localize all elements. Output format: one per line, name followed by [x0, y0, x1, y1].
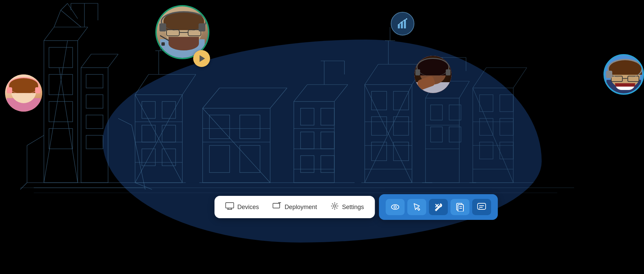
menu-item-deployment[interactable]: Deployment — [273, 202, 317, 212]
toolbar-container: Devices Deployment — [214, 194, 498, 220]
svg-line-14 — [108, 54, 118, 68]
svg-line-24 — [27, 135, 44, 145]
chat-icon — [477, 203, 486, 211]
svg-rect-107 — [431, 127, 442, 142]
layers-icon — [456, 203, 464, 211]
svg-rect-12 — [81, 68, 108, 183]
svg-line-23 — [135, 183, 152, 189]
svg-rect-69 — [301, 108, 314, 125]
play-button[interactable] — [193, 50, 210, 67]
menu-item-settings[interactable]: Settings — [331, 202, 364, 212]
svg-rect-40 — [142, 125, 155, 142]
settings-label: Settings — [342, 204, 364, 211]
svg-rect-90 — [371, 142, 387, 161]
svg-line-103 — [459, 81, 469, 98]
svg-rect-58 — [240, 115, 260, 139]
svg-rect-41 — [162, 125, 176, 142]
svg-rect-16 — [86, 74, 103, 88]
svg-line-36 — [182, 74, 196, 95]
main-scene: Devices Deployment — [0, 0, 644, 274]
chat-button[interactable] — [472, 199, 491, 215]
svg-line-27 — [132, 125, 145, 189]
eye-icon — [391, 203, 400, 211]
svg-rect-159 — [478, 203, 486, 209]
svg-line-29 — [59, 68, 78, 183]
svg-line-8 — [54, 10, 61, 27]
svg-rect-105 — [431, 105, 442, 120]
svg-line-26 — [118, 118, 132, 125]
svg-rect-124 — [480, 142, 493, 159]
bar-chart-icon — [396, 18, 409, 30]
deployment-svg-icon — [273, 202, 281, 210]
svg-line-28 — [44, 41, 68, 183]
svg-point-144 — [333, 205, 336, 207]
svg-rect-60 — [240, 145, 260, 173]
svg-point-136 — [406, 18, 407, 20]
gear-svg-icon — [331, 202, 339, 210]
svg-rect-18 — [86, 115, 103, 129]
svg-rect-59 — [209, 145, 230, 173]
cursor-button[interactable] — [407, 199, 426, 215]
svg-rect-17 — [86, 95, 103, 108]
svg-rect-141 — [273, 203, 280, 208]
svg-rect-74 — [321, 156, 334, 173]
visibility-button[interactable] — [386, 199, 405, 215]
svg-line-11 — [68, 3, 78, 19]
svg-rect-19 — [86, 135, 103, 149]
svg-rect-71 — [301, 132, 314, 149]
svg-rect-120 — [480, 95, 493, 112]
svg-rect-39 — [162, 101, 176, 118]
svg-line-67 — [334, 85, 348, 101]
svg-line-66 — [294, 85, 307, 101]
monitor-icon — [225, 202, 234, 212]
svg-rect-70 — [321, 108, 334, 125]
svg-line-118 — [513, 68, 527, 88]
svg-line-5 — [44, 27, 54, 41]
svg-line-6 — [78, 27, 88, 41]
stats-icon-circle[interactable] — [391, 12, 414, 36]
tools-button[interactable] — [429, 199, 448, 215]
avatar-woman-mid-right — [414, 56, 452, 93]
svg-rect-3 — [49, 101, 73, 122]
deployment-label: Deployment — [285, 204, 317, 211]
svg-rect-122 — [480, 118, 493, 135]
avatar-man-far-right — [603, 54, 644, 95]
svg-rect-38 — [142, 101, 155, 118]
svg-line-9 — [61, 10, 81, 27]
avatar-woman-left — [5, 74, 42, 112]
devices-label: Devices — [237, 204, 259, 211]
svg-rect-137 — [226, 203, 234, 208]
menu-item-devices[interactable]: Devices — [225, 202, 259, 212]
architecture-sketch — [0, 0, 644, 274]
svg-rect-1 — [49, 47, 73, 68]
svg-rect-91 — [393, 142, 409, 161]
layers-button[interactable] — [450, 199, 469, 215]
svg-line-10 — [61, 3, 68, 10]
svg-point-146 — [394, 206, 396, 208]
svg-rect-72 — [321, 132, 334, 149]
svg-line-13 — [81, 54, 91, 68]
svg-point-145 — [391, 205, 399, 209]
devices-svg-icon — [225, 202, 234, 210]
svg-rect-89 — [393, 117, 409, 135]
svg-line-83 — [365, 64, 378, 85]
svg-rect-135 — [404, 20, 406, 28]
svg-rect-86 — [371, 91, 387, 110]
svg-line-54 — [203, 88, 220, 108]
svg-rect-73 — [301, 156, 314, 173]
svg-rect-125 — [500, 142, 513, 159]
svg-line-55 — [270, 88, 287, 108]
svg-line-117 — [473, 68, 486, 88]
cursor-icon — [413, 203, 420, 211]
blue-toolbar-pill — [379, 194, 498, 220]
svg-rect-121 — [500, 95, 513, 112]
svg-rect-88 — [371, 117, 387, 135]
deployment-icon — [273, 202, 281, 212]
svg-rect-123 — [500, 118, 513, 135]
tools-icon — [434, 203, 443, 211]
svg-line-35 — [135, 74, 149, 95]
white-menu-pill: Devices Deployment — [214, 196, 375, 218]
settings-icon — [331, 202, 339, 212]
svg-line-22 — [20, 183, 27, 189]
